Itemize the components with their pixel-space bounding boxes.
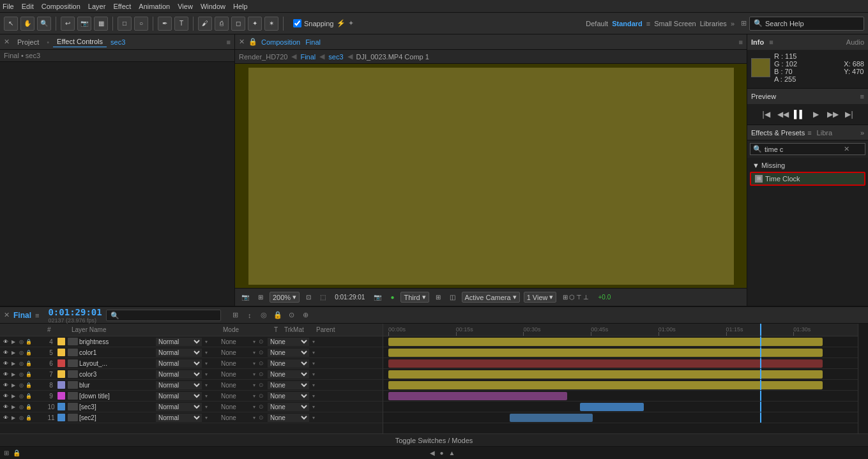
track-row[interactable] <box>383 369 858 380</box>
timeline-timecode[interactable]: 0:01:29:01 <box>48 307 102 317</box>
timeline-tracks[interactable]: 00:00s00:15s00:30s00:45s01:00s01:15s01:3… <box>383 324 858 433</box>
layer-parent-8[interactable]: None <box>268 381 309 389</box>
layer-mode-4[interactable]: Normal <box>156 338 202 346</box>
layer-mode-arrow-4[interactable]: ▾ <box>202 337 211 346</box>
layer-row[interactable]: 👁 ▶ ◎ 🔒 7 color3 Normal ▾ None ▾ ⊙ None … <box>0 369 383 380</box>
layer-solo-8[interactable]: ◎ <box>18 382 24 388</box>
layer-expand-10[interactable]: ▶ <box>10 403 17 410</box>
comp-bc-1[interactable]: Render_HD720 <box>239 53 287 61</box>
comp-panel-tab[interactable]: Composition <box>261 38 300 46</box>
layer-trkmat-arrow-4[interactable]: ▾ <box>250 337 259 346</box>
footer-zoom-dropdown[interactable]: 200% ▾ <box>270 292 300 303</box>
layer-mode-7[interactable]: Normal <box>156 370 202 379</box>
workspace-standard[interactable]: Standard <box>612 20 643 27</box>
layer-parent-10[interactable]: None <box>268 403 309 411</box>
comp-bc-2[interactable]: Final <box>300 53 316 61</box>
layer-eye-8[interactable]: 👁 <box>3 382 9 388</box>
preview-next-frame[interactable]: ▶▶ <box>826 108 839 121</box>
tl-btn-lock[interactable]: 🔒 <box>272 310 284 321</box>
preview-last-frame[interactable]: ▶| <box>843 108 856 121</box>
layer-eye-5[interactable]: 👁 <box>3 349 9 356</box>
layer-mode-8[interactable]: Normal <box>156 381 202 389</box>
layer-lock-5[interactable]: 🔒 <box>26 349 32 356</box>
layer-solo-7[interactable]: ◎ <box>18 371 24 377</box>
statusbar-dot-right[interactable]: ▲ <box>449 449 455 456</box>
layer-parent-arrow-10[interactable]: ▾ <box>309 402 318 411</box>
layer-mode-arrow-7[interactable]: ▾ <box>202 370 211 379</box>
preview-menu-icon[interactable]: ≡ <box>860 93 864 100</box>
statusbar-dot-left[interactable]: ◀ <box>430 449 435 456</box>
tool-select[interactable]: ↖ <box>4 17 18 31</box>
layer-solo-6[interactable]: ◎ <box>18 360 24 366</box>
timeline-panel-close[interactable]: ✕ <box>4 311 10 319</box>
statusbar-icon2[interactable]: 🔒 <box>13 449 20 456</box>
layer-expand-9[interactable]: ▶ <box>10 393 17 399</box>
footer-view-icon2[interactable]: ◫ <box>447 292 458 302</box>
menu-edit[interactable]: Edit <box>22 3 34 10</box>
workspace-default[interactable]: Default <box>586 20 608 27</box>
tool-camera[interactable]: 📷 <box>77 17 91 31</box>
tool-hand[interactable]: ✋ <box>20 17 34 31</box>
tool-eraser[interactable]: ◻ <box>231 17 245 31</box>
layer-row[interactable]: 👁 ▶ ◎ 🔒 4 brightness Normal ▾ None ▾ ⊙ N… <box>0 336 383 347</box>
playhead[interactable] <box>760 324 761 336</box>
footer-snapshot-btn[interactable]: 📷 <box>239 292 252 302</box>
layer-solo-9[interactable]: ◎ <box>18 393 24 399</box>
layer-eye-4[interactable]: 👁 <box>3 338 9 345</box>
track-row[interactable] <box>383 412 858 423</box>
tool-puppet[interactable]: ✶ <box>264 17 278 31</box>
panel-menu-btn[interactable]: ≡ <box>227 38 231 46</box>
layer-parent-5[interactable]: None <box>268 349 309 357</box>
layer-expand-4[interactable]: ▶ <box>10 338 17 345</box>
layer-expand-8[interactable]: ▶ <box>10 382 17 388</box>
effects-expand-icon[interactable]: » <box>860 129 864 137</box>
layer-solo-5[interactable]: ◎ <box>18 349 24 356</box>
tool-grid[interactable]: ▦ <box>94 17 108 31</box>
track-row[interactable] <box>383 336 858 347</box>
footer-time-btn[interactable]: 0:01:29:01 <box>332 292 367 302</box>
workspace-menu-icon[interactable]: ≡ <box>646 20 650 27</box>
layer-trkmat-arrow-11[interactable]: ▾ <box>250 413 259 422</box>
timeline-search-input[interactable] <box>106 310 221 321</box>
tl-btn-compose[interactable]: ⊞ <box>230 310 241 321</box>
tool-rect[interactable]: □ <box>118 17 132 31</box>
menu-view[interactable]: View <box>178 3 193 10</box>
layer-mode-arrow-8[interactable]: ▾ <box>202 380 211 389</box>
layer-solo-11[interactable]: ◎ <box>18 414 24 421</box>
tool-brush[interactable]: 🖌 <box>198 17 212 31</box>
layer-row[interactable]: 👁 ▶ ◎ 🔒 10 [sec3] Normal ▾ None ▾ ⊙ None… <box>0 402 383 412</box>
layer-lock-11[interactable]: 🔒 <box>26 414 32 421</box>
layer-expand-11[interactable]: ▶ <box>10 414 17 421</box>
menu-composition[interactable]: Composition <box>42 3 80 10</box>
layer-lock-4[interactable]: 🔒 <box>26 338 32 345</box>
footer-region-btn[interactable]: ⬚ <box>317 292 328 302</box>
layer-mode-5[interactable]: Normal <box>156 349 202 357</box>
tool-roto[interactable]: ✦ <box>248 17 262 31</box>
layer-mode-6[interactable]: Normal <box>156 359 202 368</box>
footer-activecam-dropdown[interactable]: Active Camera ▾ <box>462 292 520 303</box>
layer-expand-7[interactable]: ▶ <box>10 371 17 377</box>
layer-trkmat-arrow-8[interactable]: ▾ <box>250 380 259 389</box>
menu-file[interactable]: File <box>3 3 14 10</box>
effects-clear-icon[interactable]: ✕ <box>844 145 849 153</box>
layer-trkmat-arrow-6[interactable]: ▾ <box>250 359 259 368</box>
layer-lock-10[interactable]: 🔒 <box>26 403 32 410</box>
layer-row[interactable]: 👁 ▶ ◎ 🔒 5 color1 Normal ▾ None ▾ ⊙ None … <box>0 347 383 358</box>
menu-layer[interactable]: Layer <box>88 3 106 10</box>
menu-effect[interactable]: Effect <box>113 3 131 10</box>
comp-bc-3[interactable]: sec3 <box>328 53 343 61</box>
comp-panel-menu[interactable]: ≡ <box>739 38 743 46</box>
toggle-bar[interactable]: Toggle Switches / Modes <box>0 433 868 446</box>
footer-fit-btn[interactable]: ⊡ <box>303 292 314 302</box>
tool-clone[interactable]: ⎙ <box>215 17 229 31</box>
comp-panel-close[interactable]: ✕ <box>239 38 245 46</box>
layer-parent-arrow-9[interactable]: ▾ <box>309 391 318 400</box>
track-row[interactable] <box>383 380 858 391</box>
panel-tab-project[interactable]: Project <box>13 37 43 47</box>
menu-animation[interactable]: Animation <box>139 3 170 10</box>
layer-solo-10[interactable]: ◎ <box>18 403 24 410</box>
layer-lock-9[interactable]: 🔒 <box>26 393 32 399</box>
layer-eye-9[interactable]: 👁 <box>3 393 9 399</box>
tool-undo[interactable]: ↩ <box>61 17 75 31</box>
footer-view-icon1[interactable]: ⊞ <box>433 292 443 302</box>
